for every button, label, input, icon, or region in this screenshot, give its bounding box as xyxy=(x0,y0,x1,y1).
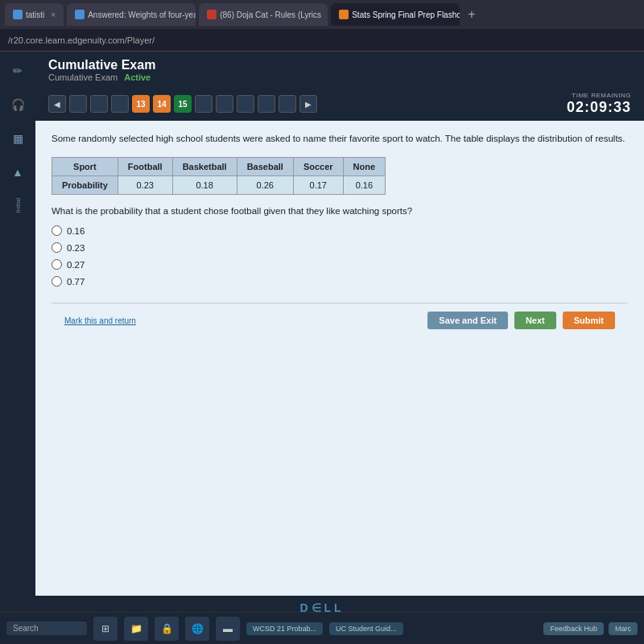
nav-prev[interactable]: ◀ xyxy=(48,95,66,113)
nav-20[interactable] xyxy=(279,95,296,113)
exam-title: Cumulative Exam xyxy=(48,58,631,72)
taskbar-right: Feedback Hub Marc xyxy=(543,622,638,635)
tab-3-label: (86) Doja Cat - Rules (Lyrics xyxy=(220,10,321,19)
time-remaining-label: TIME REMAINING xyxy=(567,92,631,99)
headphones-icon[interactable]: 🎧 xyxy=(6,93,29,116)
taskbar-app-2[interactable]: UC Student Guid... xyxy=(329,622,403,635)
option-2-label: 0.23 xyxy=(67,243,85,253)
taskbar-search-label: Search xyxy=(13,624,39,633)
cell-soccer-prob: 0.17 xyxy=(293,176,343,195)
row-label-probability: Probability xyxy=(52,176,118,195)
radio-1[interactable] xyxy=(52,225,62,236)
nav-16[interactable] xyxy=(195,95,213,113)
tab-2-icon xyxy=(75,10,85,19)
col-header-baseball: Baseball xyxy=(237,158,293,176)
taskbar-app-1[interactable]: WCSD 21 Probab... xyxy=(246,622,323,635)
option-4-label: 0.77 xyxy=(67,277,85,287)
taskbar-windows-icon[interactable]: ⊞ xyxy=(93,617,118,641)
option-1-label: 0.16 xyxy=(67,226,85,236)
tab-3[interactable]: (86) Doja Cat - Rules (Lyrics × xyxy=(199,3,328,26)
nav-19[interactable] xyxy=(258,95,275,113)
col-header-basketball: Basketball xyxy=(172,158,237,176)
bottom-action-bar: Mark this and return Save and Exit Next … xyxy=(52,303,628,337)
option-1[interactable]: 0.16 xyxy=(52,225,628,236)
cell-football-prob: 0.23 xyxy=(118,176,172,195)
address-bar: /r20.core.learn.edgenuity.com/Player/ xyxy=(0,29,644,52)
col-header-football: Football xyxy=(118,158,172,176)
main-area: ✏ 🎧 ▦ ▲ Initial Cumulative Exam Cumulati… xyxy=(0,52,644,596)
radio-3[interactable] xyxy=(52,259,62,270)
nav-2[interactable] xyxy=(90,95,108,113)
taskbar-lock-icon[interactable]: 🔒 xyxy=(155,617,179,641)
table-row: Probability 0.23 0.18 0.26 0.17 0.16 xyxy=(52,176,386,195)
option-2[interactable]: 0.23 xyxy=(52,242,628,253)
nav-3[interactable] xyxy=(111,95,129,113)
next-button[interactable]: Next xyxy=(514,312,556,329)
nav-next[interactable]: ▶ xyxy=(299,95,317,113)
option-3[interactable]: 0.27 xyxy=(52,259,628,270)
cell-basketball-prob: 0.18 xyxy=(172,176,237,195)
option-4[interactable]: 0.77 xyxy=(52,276,628,287)
radio-2[interactable] xyxy=(52,242,62,253)
sidebar-initial-label: Initial xyxy=(14,198,22,213)
pencil-icon[interactable]: ✏ xyxy=(6,60,29,82)
data-table: Sport Football Basketball Baseball Socce… xyxy=(52,157,386,195)
submit-button[interactable]: Submit xyxy=(563,312,615,329)
new-tab-button[interactable]: + xyxy=(463,7,480,22)
col-header-sport: Sport xyxy=(52,158,118,176)
taskbar-app-3[interactable]: Feedback Hub xyxy=(543,622,604,635)
active-badge: Active xyxy=(124,72,151,82)
tab-2-label: Answered: Weights of four-year- xyxy=(88,10,196,19)
browser-tab-bar: tatisti × Answered: Weights of four-year… xyxy=(0,0,644,29)
option-3-label: 0.27 xyxy=(67,260,85,270)
follow-up-question: What is the probability that a student c… xyxy=(52,206,628,216)
question-area: Some randomly selected high school stude… xyxy=(35,121,644,349)
up-arrow-icon[interactable]: ▲ xyxy=(6,161,29,184)
calculator-icon[interactable]: ▦ xyxy=(6,127,29,150)
tab-1-label: tatisti xyxy=(26,10,44,19)
button-group: Save and Exit Next Submit xyxy=(427,312,615,329)
nav-bar: ◀ 13 14 15 ▶ TIME REMAINING 02:09:33 xyxy=(35,87,644,121)
mark-return-link[interactable]: Mark this and return xyxy=(64,316,136,325)
cell-baseball-prob: 0.26 xyxy=(237,176,293,195)
time-value: 02:09:33 xyxy=(567,99,631,116)
breadcrumb-part1: Cumulative Exam xyxy=(48,72,118,82)
nav-17[interactable] xyxy=(216,95,233,113)
save-exit-button[interactable]: Save and Exit xyxy=(427,312,508,329)
tab-4[interactable]: Stats Spring Final Prep Flashcard × xyxy=(331,3,460,26)
question-description: Some randomly selected high school stude… xyxy=(52,132,628,146)
tab-1-icon xyxy=(13,10,23,19)
timer-area: TIME REMAINING 02:09:33 xyxy=(567,92,631,116)
cell-none-prob: 0.16 xyxy=(343,176,386,195)
taskbar-browser-icon[interactable]: 🌐 xyxy=(185,617,209,641)
tab-2[interactable]: Answered: Weights of four-year- × xyxy=(67,3,196,26)
taskbar-search-box[interactable]: Search xyxy=(6,621,87,635)
tab-4-label: Stats Spring Final Prep Flashcard xyxy=(352,10,460,19)
url-text: /r20.core.learn.edgenuity.com/Player/ xyxy=(8,35,155,45)
nav-14[interactable]: 14 xyxy=(153,95,171,113)
nav-13[interactable]: 13 xyxy=(132,95,150,113)
nav-1[interactable] xyxy=(69,95,87,113)
tab-1-close[interactable]: × xyxy=(51,10,56,19)
content-panel: Cumulative Exam Cumulative Exam Active ◀… xyxy=(35,52,644,596)
taskbar-bar-icon[interactable]: ▬ xyxy=(216,617,240,641)
nav-18[interactable] xyxy=(237,95,254,113)
exam-header: Cumulative Exam Cumulative Exam Active xyxy=(35,52,644,87)
taskbar: Search ⊞ 📁 🔒 🌐 ▬ WCSD 21 Probab... UC St… xyxy=(0,612,644,644)
nav-15[interactable]: 15 xyxy=(174,95,192,113)
tab-1[interactable]: tatisti × xyxy=(5,3,64,26)
radio-4[interactable] xyxy=(52,276,62,287)
exam-subtitle: Cumulative Exam Active xyxy=(48,72,631,82)
left-sidebar: ✏ 🎧 ▦ ▲ Initial xyxy=(0,52,35,596)
col-header-soccer: Soccer xyxy=(293,158,343,176)
col-header-none: None xyxy=(343,158,386,176)
tab-3-icon xyxy=(207,10,217,19)
taskbar-folder-icon[interactable]: 📁 xyxy=(124,617,148,641)
tab-4-icon xyxy=(339,10,349,19)
taskbar-app-4[interactable]: Marc xyxy=(609,622,638,635)
